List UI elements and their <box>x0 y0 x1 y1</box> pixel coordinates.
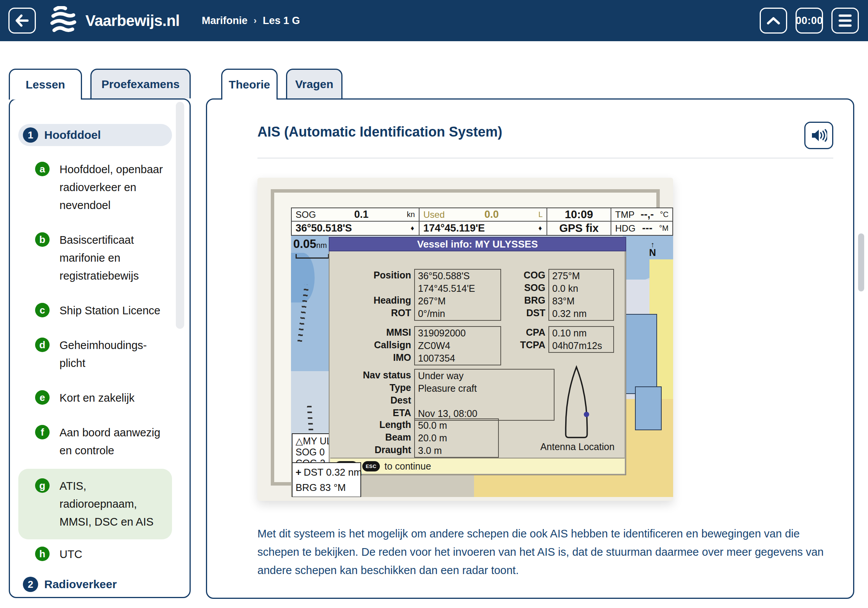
timer-value: 00:00 <box>796 15 823 27</box>
field-label: SOG <box>496 281 545 294</box>
position-marker-icon: ♦ <box>411 224 414 232</box>
field-group-course: COGSOGBRGDST275°M0.0 kn83°M0.32 nm <box>496 269 614 321</box>
status-cell: 174°45.119'E♦ <box>420 222 547 235</box>
sidebar-content: 1 Hoofddoel aHoofddoel, openbaar radiove… <box>10 100 190 595</box>
field-value: 275°M <box>552 270 610 282</box>
body-paragraph: Voor de identificatie van AIS-transponde… <box>257 597 841 599</box>
tab-label: Vragen <box>295 78 333 91</box>
field-label <box>354 281 411 294</box>
field-label: Heading <box>354 294 411 307</box>
page-scrollbar-thumb[interactable] <box>858 233 864 291</box>
field-label: DST <box>496 307 545 319</box>
audio-button[interactable] <box>804 122 833 149</box>
field-value: 0°/min <box>418 307 497 320</box>
section-title: Hoofddoel <box>44 129 101 142</box>
status-cell: TMP--,-°C <box>611 208 672 222</box>
sidebar-item-a[interactable]: aHoofddoel, openbaar radioverkeer en nev… <box>18 161 172 214</box>
north-label: N <box>645 248 660 257</box>
sidebar-section-hoofddoel[interactable]: 1 Hoofddoel <box>18 124 172 146</box>
field-label: Position <box>354 269 411 281</box>
range-bearing-box: +DST 0.32 nm BRG 83 °M <box>292 462 361 497</box>
sidebar-item-e[interactable]: eKort en zakelijk <box>18 389 172 407</box>
theory-panel: AIS (Automatic Identification System) SO… <box>206 98 854 599</box>
body-paragraph: Met dit systeem is het mogelijk om ander… <box>257 524 841 579</box>
sidebar-item-label: Hoofddoel, openbaar radioverkeer en neve… <box>59 161 163 214</box>
breadcrumb: Marifonie › Les 1 G <box>202 15 300 27</box>
item-letter-badge: d <box>35 338 50 352</box>
sidebar-scrollbar-thumb[interactable] <box>176 102 184 329</box>
tab-theorie[interactable]: Theorie <box>221 69 278 100</box>
menu-button[interactable] <box>831 8 859 34</box>
map-scale: 0.05nm <box>293 237 327 251</box>
field-label: MMSI <box>354 326 411 339</box>
position-marker-icon: ♦ <box>538 224 542 232</box>
field-value: 20.0 m <box>418 432 495 444</box>
back-arrow-icon <box>15 14 29 27</box>
sidebar-item-label: Geheimhoudings-plicht <box>59 336 163 372</box>
field-label: Nav status <box>333 369 411 381</box>
sidebar-item-f[interactable]: fAan boord aanwezig en controle <box>18 424 172 460</box>
sidebar-item-label: Basiscertificaat marifonie en registrati… <box>59 231 163 285</box>
dialog-body: Position HeadingROT36°50.588'S174°45.514… <box>329 251 626 475</box>
field-label: IMO <box>354 351 411 364</box>
theory-content: AIS (Automatic Identification System) SO… <box>207 100 853 599</box>
header-actions: 00:00 <box>760 8 859 34</box>
field-label: COG <box>496 269 545 281</box>
continue-text: to continue <box>384 461 431 472</box>
field-value: ZC0W4 <box>418 339 497 352</box>
field-label: CPA <box>487 326 545 339</box>
section-number-badge: 2 <box>23 577 38 592</box>
content-tabs: Theorie Vragen <box>221 69 342 100</box>
title-divider <box>257 158 833 159</box>
harbor-basin <box>624 314 657 394</box>
sidebar-item-label: Aan boord aanwezig en controle <box>59 424 163 460</box>
hamburger-menu-icon <box>839 14 852 27</box>
scale-value: 0.05 <box>293 237 316 251</box>
collapse-button[interactable] <box>760 8 787 34</box>
page: Vaarbewijs.nl Marifonie › Les 1 G 00:00 … <box>0 0 868 608</box>
sidebar-item-d[interactable]: dGeheimhoudings-plicht <box>18 336 172 372</box>
tab-proefexamens[interactable]: Proefexamens <box>90 69 191 98</box>
esc-key-icon: ESC <box>362 461 380 471</box>
sidebar-item-c[interactable]: cShip Station Licence <box>18 302 172 320</box>
item-letter-badge: b <box>35 232 50 247</box>
field-value: 1007354 <box>418 352 497 365</box>
field-group-position: Position HeadingROT36°50.588'S174°45.514… <box>354 269 501 321</box>
brand-title: Vaarbewijs.nl <box>85 12 180 29</box>
tab-label: Lessen <box>26 78 65 91</box>
sidebar-item-h[interactable]: hUTC <box>18 545 172 563</box>
sidebar-item-g[interactable]: gATIS, radioroepnaam, MMSI, DSC en AIS <box>18 469 172 539</box>
field-value: Pleasure craft <box>418 382 551 395</box>
field-label: Callsign <box>354 339 411 351</box>
field-value: 174°45.514'E <box>418 282 497 295</box>
breadcrumb-page: Les 1 G <box>263 15 300 27</box>
speaker-icon <box>810 128 827 143</box>
item-letter-badge: f <box>35 425 50 439</box>
tab-vragen[interactable]: Vragen <box>286 69 342 98</box>
section-number-badge: 1 <box>23 127 38 143</box>
field-label: Dest <box>333 394 411 407</box>
tab-lessen[interactable]: Lessen <box>9 69 82 100</box>
field-value: 3.0 m <box>418 444 495 457</box>
sidebar-item-b[interactable]: bBasiscertificaat marifonie en registrat… <box>18 231 172 285</box>
scale-unit: nm <box>316 241 327 249</box>
field-value: 0.0 kn <box>552 282 610 295</box>
back-button[interactable] <box>8 8 36 34</box>
dst-value: DST 0.32 nm <box>304 466 362 478</box>
sidebar-tabs: Lessen Proefexamens <box>9 69 191 100</box>
field-label: Length <box>354 418 411 431</box>
timer-button[interactable]: 00:00 <box>796 8 823 34</box>
field-label: TCPA <box>487 339 545 351</box>
breadcrumb-section[interactable]: Marifonie <box>202 15 248 27</box>
harbor-basin <box>635 386 662 430</box>
status-cell: HDG---°M <box>611 222 672 235</box>
section-title: Radioverkeer <box>44 578 117 591</box>
antenna-location-label: Antenna Location <box>528 441 627 452</box>
field-value: 36°50.588'S <box>418 270 497 282</box>
dialog-title: Vessel info: MY ULYSSES <box>329 237 626 251</box>
field-label: Beam <box>354 431 411 444</box>
field-value <box>418 395 551 407</box>
chevron-up-icon <box>767 16 780 25</box>
sidebar-section-radioverkeer[interactable]: 2 Radioverkeer <box>18 573 172 595</box>
north-arrow-icon: ↑ N <box>645 241 660 257</box>
